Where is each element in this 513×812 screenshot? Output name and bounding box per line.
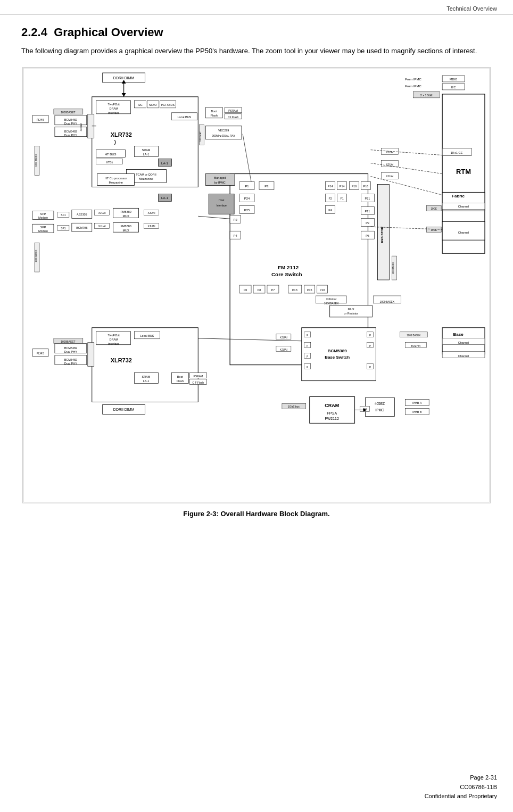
svg-text:2 x 1GbE: 2 x 1GbE (420, 93, 433, 96)
svg-text:BCM796: BCM796 (76, 226, 87, 229)
svg-text:F2: F2 (328, 197, 332, 200)
figure-caption: Figure 2-3: Overall Hardware Block Diagr… (21, 510, 492, 518)
svg-text:XJUAI: XJUAI (147, 225, 155, 228)
svg-text:Flash: Flash (177, 379, 184, 382)
svg-text:RJ45: RJ45 (37, 118, 45, 121)
svg-text:BCM5482: BCM5482 (64, 358, 77, 361)
svg-text:BCM5482: BCM5482 (64, 346, 77, 349)
svg-text:TwoF2bit: TwoF2bit (108, 333, 120, 336)
svg-text:From IPMC: From IPMC (405, 84, 421, 87)
svg-text:RTM: RTM (456, 167, 471, 175)
block-diagram: DDRII DIMM XLR732 ) TwoF2bit DRAM Interf… (22, 67, 491, 503)
svg-text:XJUAI: XJUAI (386, 150, 393, 153)
svg-text:I2C: I2C (138, 103, 143, 106)
svg-text:1000BASET: 1000BASET (61, 110, 75, 113)
svg-text:P6: P6 (244, 288, 247, 291)
svg-text:CRAM: CRAM (325, 403, 339, 408)
svg-text:P16: P16 (352, 185, 357, 188)
svg-text:405EZ: 405EZ (375, 402, 385, 405)
svg-text:1000BASEX: 1000BASEX (392, 262, 394, 274)
svg-text:HTBit: HTBit (106, 160, 113, 163)
svg-text:Mezzanine: Mezzanine (139, 177, 153, 180)
svg-text:Channel: Channel (458, 341, 469, 344)
svg-text:Interface: Interface (216, 204, 227, 207)
svg-text:Boot: Boot (211, 109, 218, 112)
svg-text:P16: P16 (320, 288, 325, 291)
footer-page: Page 2-31 (425, 773, 497, 783)
svg-text:XJUAI: XJUAI (280, 347, 287, 351)
svg-text:RJ45: RJ45 (37, 351, 45, 354)
svg-text:XJUAI: XJUAI (147, 211, 155, 214)
svg-text:LA-1: LA-1 (143, 152, 150, 155)
svg-text:BCM5389: BCM5389 (328, 348, 347, 353)
svg-text:1000BASEX: 1000BASEX (380, 300, 395, 303)
svg-text:XJUAI: XJUAI (98, 211, 106, 214)
svg-text:GE MAC: GE MAC (80, 122, 82, 131)
svg-text:FW2112: FW2112 (325, 417, 338, 420)
svg-text:XLR732: XLR732 (111, 131, 132, 137)
svg-text:P: P (369, 366, 371, 368)
svg-text:SRAM: SRAM (142, 375, 151, 378)
svg-text:RESISTOR: RESISTOR (380, 226, 384, 243)
svg-text:Module: Module (38, 229, 48, 233)
svg-text:10 x1 GE: 10 x1 GE (451, 151, 463, 154)
svg-text:IPMB A: IPMB A (412, 401, 422, 404)
svg-text:BCM5482: BCM5482 (64, 129, 77, 132)
svg-text:PCI XBUS: PCI XBUS (161, 103, 175, 106)
svg-text:P24: P24 (244, 197, 250, 200)
svg-text:10GE: 10GE (431, 208, 436, 210)
svg-text:100 EMAC: 100 EMAC (199, 131, 202, 141)
svg-text:DDRII DIMM: DDRII DIMM (113, 408, 135, 411)
svg-text:300Mhz DUAL RAY: 300Mhz DUAL RAY (212, 134, 235, 137)
page-header: Technical Overview (0, 0, 513, 15)
svg-text:Boot: Boot (177, 375, 184, 378)
footer-doc: CC06786-11B (425, 783, 497, 792)
svg-text:Base: Base (453, 332, 464, 336)
svg-text:Fabric: Fabric (452, 194, 465, 198)
svg-text:Flash: Flash (211, 113, 218, 117)
section-title: 2.2.4 Graphical Overview (21, 26, 492, 39)
svg-text:or Resistor: or Resistor (344, 311, 358, 314)
svg-text:SRAM: SRAM (142, 148, 151, 151)
svg-text:P15: P15 (307, 288, 312, 291)
svg-text:P16: P16 (363, 185, 369, 188)
svg-text:DRAM: DRAM (110, 106, 119, 110)
svg-text:Channel: Channel (458, 231, 469, 234)
svg-text:LA-1: LA-1 (161, 196, 168, 200)
svg-text:1000 BASEX: 1000 BASEX (35, 250, 37, 262)
header-title: Technical Overview (446, 5, 497, 12)
svg-rect-253 (205, 126, 242, 139)
svg-text:P3: P3 (264, 185, 269, 188)
svg-text:P2: P2 (233, 218, 237, 221)
svg-text:Local BUS: Local BUS (140, 334, 154, 337)
svg-text:P: P (307, 344, 308, 347)
svg-text:MUX: MUX (347, 307, 354, 310)
svg-text:PM8380: PM8380 (120, 210, 131, 213)
svg-rect-34 (88, 114, 94, 138)
svg-text:P1: P1 (245, 185, 249, 188)
svg-text:FM 2112: FM 2112 (278, 264, 299, 270)
svg-text:DRAM: DRAM (110, 337, 119, 341)
svg-text:Dual PHY: Dual PHY (64, 350, 77, 353)
svg-text:Channel: Channel (458, 354, 469, 357)
svg-text:1000BASEX: 1000BASEX (324, 301, 339, 304)
page-content: 2.2.4 Graphical Overview The following d… (0, 15, 513, 539)
svg-text:Interface: Interface (108, 342, 119, 345)
svg-text:): ) (114, 139, 116, 144)
svg-text:HT Co processor: HT Co processor (105, 177, 127, 180)
svg-text:SPP: SPP (40, 226, 46, 229)
svg-text:Base Switch: Base Switch (325, 354, 350, 359)
svg-text:F1: F1 (340, 197, 343, 200)
svg-text:P7: P7 (271, 288, 275, 291)
svg-text:by IPMC: by IPMC (214, 181, 226, 184)
svg-text:P: P (307, 334, 308, 336)
svg-text:Module: Module (38, 216, 48, 219)
svg-text:MUX: MUX (123, 229, 130, 232)
svg-text:IPMB B: IPMB B (412, 410, 422, 413)
svg-text:BCM764: BCM764 (411, 344, 421, 347)
svg-text:Channel: Channel (458, 205, 469, 208)
svg-text:DDRII DIMM: DDRII DIMM (113, 76, 135, 79)
svg-text:Host: Host (219, 198, 225, 202)
svg-text:PM8380: PM8380 (120, 225, 131, 228)
svg-text:XJUAi or: XJUAi or (326, 297, 337, 300)
